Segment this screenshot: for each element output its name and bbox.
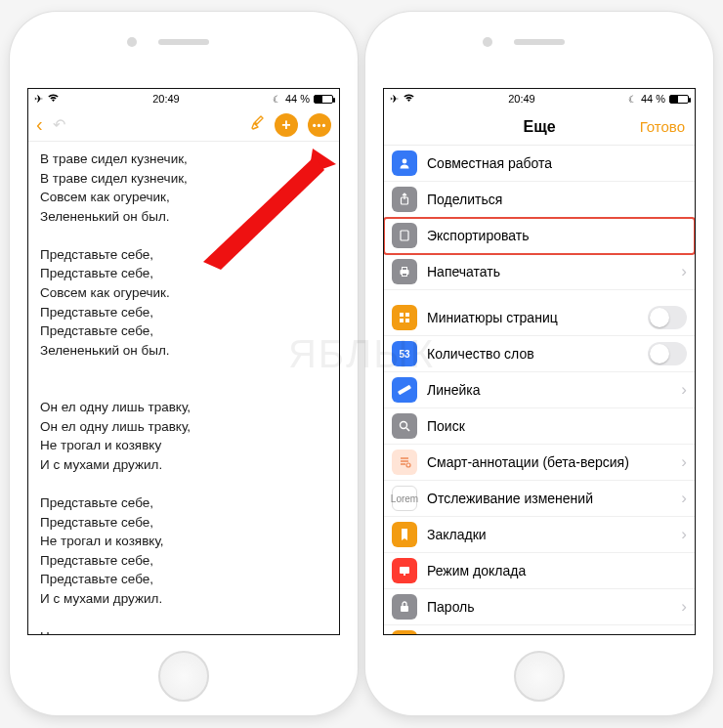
wifi-icon bbox=[47, 93, 60, 105]
svg-rect-12 bbox=[398, 385, 411, 395]
svg-point-2 bbox=[403, 159, 407, 164]
row-label: Пароль bbox=[427, 599, 675, 615]
svg-rect-7 bbox=[403, 274, 407, 277]
row-label: Совместная работа bbox=[427, 155, 687, 171]
row-label: Смарт-аннотации (бета-версия) bbox=[427, 454, 675, 470]
svg-point-15 bbox=[406, 463, 410, 467]
row-collaborate[interactable]: Совместная работа bbox=[384, 146, 695, 182]
row-wordcount[interactable]: 53 Количество слов bbox=[384, 336, 695, 372]
row-password[interactable]: Пароль › bbox=[384, 589, 695, 625]
battery-icon bbox=[669, 95, 689, 104]
toggle-off[interactable] bbox=[648, 306, 687, 329]
row-label: Отслеживание изменений bbox=[427, 491, 675, 506]
status-bar: ✈ 20:49 ☾ 44 % bbox=[28, 89, 339, 108]
chevron-icon: › bbox=[681, 489, 687, 508]
row-label: Поделиться bbox=[427, 192, 687, 207]
airplane-icon: ✈ bbox=[34, 93, 43, 106]
row-label: Режим доклада bbox=[427, 563, 687, 578]
status-time: 20:49 bbox=[152, 93, 180, 105]
svg-rect-16 bbox=[400, 567, 409, 574]
dnd-moon-icon: ☾ bbox=[628, 94, 637, 105]
row-track-changes[interactable]: Lorem Отслеживание изменений › bbox=[384, 481, 695, 517]
chevron-icon: › bbox=[681, 452, 687, 472]
person-icon bbox=[392, 150, 417, 176]
screen-right: ✈ 20:49 ☾ 44 % Еще Готово Совместная раб… bbox=[383, 88, 696, 635]
airplane-icon: ✈ bbox=[390, 93, 399, 106]
row-label: Миниатюры страниц bbox=[427, 310, 648, 325]
chevron-icon: › bbox=[681, 597, 687, 617]
status-time: 20:49 bbox=[508, 93, 535, 105]
export-icon bbox=[392, 223, 417, 248]
smart-annotation-icon bbox=[392, 450, 417, 475]
books-icon bbox=[392, 630, 417, 634]
presenter-icon bbox=[392, 558, 417, 583]
undo-button[interactable]: ↶ bbox=[53, 115, 65, 134]
menu-list: Совместная работа Поделиться Экспортиров… bbox=[384, 146, 695, 634]
menu-title: Еще bbox=[523, 118, 555, 136]
print-icon bbox=[392, 259, 417, 284]
row-label: Закладки bbox=[427, 527, 675, 542]
svg-rect-8 bbox=[400, 313, 404, 317]
svg-rect-11 bbox=[405, 319, 409, 322]
chevron-icon: › bbox=[681, 380, 687, 400]
dnd-moon-icon: ☾ bbox=[273, 94, 281, 105]
add-button[interactable]: + bbox=[275, 113, 298, 137]
ruler-icon bbox=[392, 377, 417, 403]
phone-left: ✈ 20:49 ☾ 44 % ‹ ↶ + ••• bbox=[10, 12, 358, 715]
menu-header: Еще Готово bbox=[384, 108, 695, 146]
thumbnails-icon bbox=[392, 305, 417, 330]
home-button[interactable] bbox=[158, 651, 209, 702]
row-ruler[interactable]: Линейка › bbox=[384, 372, 695, 408]
row-smart-annotations[interactable]: Смарт-аннотации (бета-версия) › bbox=[384, 445, 695, 481]
row-export[interactable]: Экспортировать bbox=[384, 218, 695, 254]
home-button[interactable] bbox=[514, 651, 565, 702]
search-icon bbox=[392, 413, 417, 439]
row-bookmarks[interactable]: Закладки › bbox=[384, 517, 695, 553]
svg-rect-10 bbox=[400, 319, 404, 322]
svg-rect-4 bbox=[401, 231, 408, 240]
svg-point-13 bbox=[401, 422, 407, 429]
track-changes-icon: Lorem bbox=[392, 486, 417, 511]
status-bar: ✈ 20:49 ☾ 44 % bbox=[384, 89, 695, 108]
chevron-icon: › bbox=[681, 525, 687, 544]
svg-rect-17 bbox=[404, 574, 405, 576]
lock-icon bbox=[392, 594, 417, 620]
editor-toolbar: ‹ ↶ + ••• bbox=[28, 108, 339, 142]
more-button[interactable]: ••• bbox=[308, 113, 331, 137]
row-label: Линейка bbox=[427, 382, 675, 398]
row-label: Количество слов bbox=[427, 346, 648, 362]
document-body[interactable]: В траве сидел кузнечик, В траве сидел ку… bbox=[28, 142, 339, 634]
row-label: Напечатать bbox=[427, 264, 675, 279]
row-thumbnails[interactable]: Миниатюры страниц bbox=[384, 300, 695, 336]
svg-rect-9 bbox=[405, 313, 409, 317]
battery-percent: 44 % bbox=[285, 93, 310, 105]
row-label: Экспортировать bbox=[427, 228, 687, 243]
battery-icon bbox=[314, 95, 333, 104]
share-icon bbox=[392, 187, 417, 212]
phone-right: ✈ 20:49 ☾ 44 % Еще Готово Совместная раб… bbox=[365, 12, 713, 715]
format-brush-button[interactable] bbox=[249, 115, 265, 134]
screen-left: ✈ 20:49 ☾ 44 % ‹ ↶ + ••• bbox=[27, 88, 340, 635]
svg-rect-6 bbox=[403, 268, 407, 271]
chevron-icon: › bbox=[681, 262, 687, 281]
bookmark-icon bbox=[392, 522, 417, 547]
row-print[interactable]: Напечатать › bbox=[384, 254, 695, 290]
done-button[interactable]: Готово bbox=[640, 118, 685, 135]
chevron-icon: › bbox=[681, 633, 687, 634]
row-search[interactable]: Поиск bbox=[384, 408, 695, 445]
row-publish[interactable]: Опубликовать в Apple Books › bbox=[384, 625, 695, 634]
back-button[interactable]: ‹ bbox=[36, 113, 43, 136]
wordcount-icon: 53 bbox=[392, 341, 417, 366]
battery-percent: 44 % bbox=[641, 93, 665, 105]
toggle-off[interactable] bbox=[648, 342, 687, 365]
svg-line-14 bbox=[406, 428, 409, 431]
row-presenter[interactable]: Режим доклада bbox=[384, 553, 695, 589]
row-share[interactable]: Поделиться bbox=[384, 182, 695, 218]
svg-rect-18 bbox=[401, 606, 408, 612]
row-label: Поиск bbox=[427, 418, 687, 434]
wifi-icon bbox=[403, 93, 415, 105]
